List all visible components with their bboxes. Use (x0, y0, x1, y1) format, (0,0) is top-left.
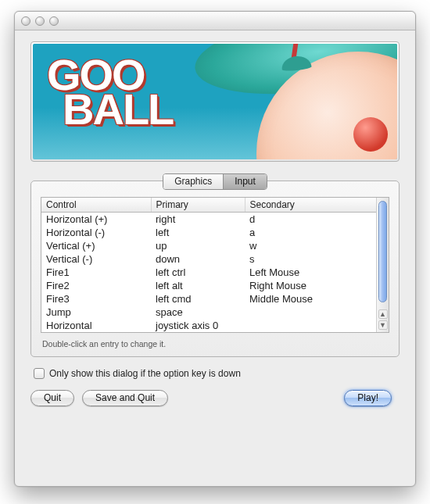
game-logo: GOO BALL (47, 56, 157, 130)
cell-primary[interactable]: left cmd (151, 292, 245, 306)
table-row[interactable]: Fire2left altRight Mouse (41, 279, 376, 292)
only-show-option-label[interactable]: Only show this dialog if the option key … (49, 368, 241, 379)
quit-button[interactable]: Quit (30, 390, 74, 406)
hint-text: Double-click an entry to change it. (41, 339, 389, 349)
minimize-icon[interactable] (35, 16, 45, 26)
cell-control[interactable]: Horizontal (-) (41, 226, 151, 239)
logo-line-2: BALL (63, 91, 173, 128)
table-row[interactable]: Horizontaljoystick axis 0 (41, 319, 376, 332)
cell-control[interactable]: Horizontal (41, 319, 151, 332)
cell-secondary[interactable] (245, 306, 376, 319)
save-and-quit-button[interactable]: Save and Quit (82, 390, 168, 406)
cell-primary[interactable]: space (151, 306, 245, 319)
table-row[interactable]: Fire3left cmdMiddle Mouse (41, 292, 376, 306)
banner-image: GOO BALL (33, 44, 397, 159)
header-secondary[interactable]: Secondary (245, 198, 376, 213)
titlebar[interactable] (15, 12, 415, 30)
launcher-window: GOO BALL Graphics Input (14, 11, 416, 487)
cell-primary[interactable]: left alt (151, 279, 245, 292)
input-bindings-table[interactable]: Control Primary Secondary Horizontal (+)… (41, 198, 376, 332)
tab-input[interactable]: Input (224, 174, 267, 189)
table-row[interactable]: Horizontal (-)lefta (41, 226, 376, 239)
cell-primary[interactable]: joystick axis 0 (151, 319, 245, 332)
table-row[interactable]: Fire1left ctrlLeft Mouse (41, 266, 376, 279)
only-show-option-checkbox[interactable] (34, 368, 45, 379)
cell-primary[interactable]: up (151, 239, 245, 252)
cell-control[interactable]: Vertical (+) (41, 239, 151, 252)
cell-control[interactable]: Fire3 (41, 292, 151, 306)
scroll-down-icon[interactable]: ▼ (378, 320, 388, 330)
tab-graphics[interactable]: Graphics (163, 174, 224, 189)
table-row[interactable]: Horizontal (+)rightd (41, 213, 376, 227)
cell-control[interactable]: Fire1 (41, 266, 151, 279)
cell-primary[interactable]: left (151, 226, 245, 239)
cell-primary[interactable]: left ctrl (151, 266, 245, 279)
cell-control[interactable]: Fire2 (41, 279, 151, 292)
cell-secondary[interactable]: d (245, 213, 376, 227)
scroll-up-icon[interactable]: ▲ (378, 309, 388, 319)
header-control[interactable]: Control (41, 198, 151, 213)
scrollbar-thumb[interactable] (378, 201, 387, 302)
tab-group: Graphics Input (163, 173, 267, 190)
cell-control[interactable]: Jump (41, 306, 151, 319)
close-icon[interactable] (21, 16, 30, 26)
cell-secondary[interactable]: s (245, 252, 376, 266)
table-row[interactable]: Jumpspace (41, 306, 376, 319)
banner-frame: GOO BALL (30, 41, 400, 162)
cell-primary[interactable]: down (151, 252, 245, 266)
tab-content: Control Primary Secondary Horizontal (+)… (30, 181, 400, 357)
cell-control[interactable]: Vertical (-) (41, 252, 151, 266)
cell-primary[interactable]: right (151, 213, 245, 227)
play-button[interactable]: Play! (344, 390, 392, 406)
cell-control[interactable]: Horizontal (+) (41, 213, 151, 227)
input-table-wrap: Control Primary Secondary Horizontal (+)… (41, 197, 389, 333)
header-primary[interactable]: Primary (151, 198, 245, 213)
cell-secondary[interactable]: a (245, 226, 376, 239)
zoom-icon[interactable] (49, 16, 59, 26)
table-row[interactable]: Vertical (-)downs (41, 252, 376, 266)
cell-secondary[interactable]: w (245, 239, 376, 252)
table-row[interactable]: Vertical (+)upw (41, 239, 376, 252)
cell-secondary[interactable] (245, 319, 376, 332)
cell-secondary[interactable]: Right Mouse (245, 279, 376, 292)
table-scrollbar[interactable]: ▲ ▼ (376, 198, 389, 332)
cell-secondary[interactable]: Left Mouse (245, 266, 376, 279)
cell-secondary[interactable]: Middle Mouse (245, 292, 376, 306)
